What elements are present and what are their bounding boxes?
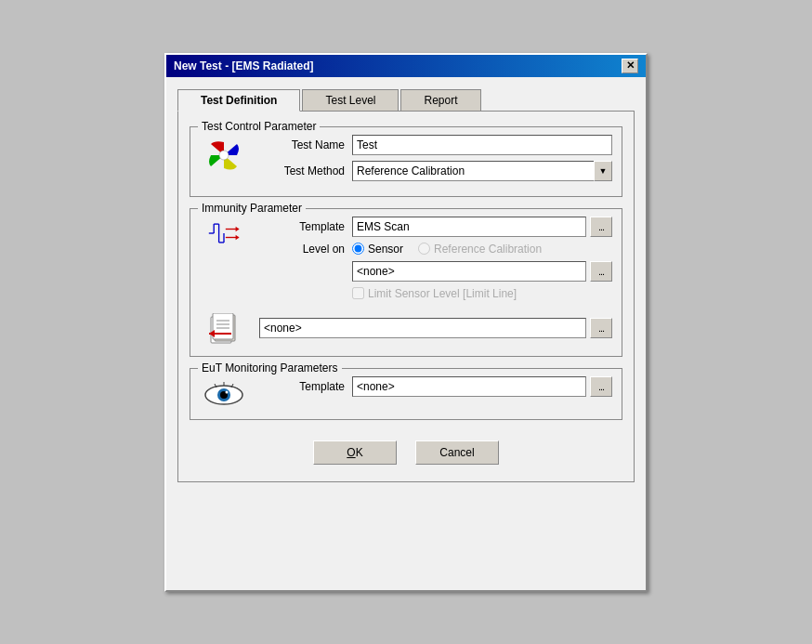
- test-control-row-group: Test Name Test Method Reference Calibrat…: [200, 135, 612, 187]
- limit-sensor-checkbox-item[interactable]: Limit Sensor Level [Limit Line]: [352, 287, 517, 300]
- sensor-radio-item[interactable]: Sensor: [352, 243, 403, 256]
- ok-label: OK: [347, 446, 362, 459]
- limit-sensor-row: Limit Sensor Level [Limit Line]: [352, 287, 612, 300]
- test-method-select[interactable]: Reference Calibration Substitution Metho…: [352, 161, 612, 181]
- immunity-icon: [207, 220, 241, 246]
- svg-point-22: [226, 390, 229, 393]
- sensor-field-row: ...: [252, 261, 612, 282]
- test-method-select-wrapper: Reference Calibration Substitution Metho…: [352, 161, 612, 181]
- test-control-group: Test Control Parameter: [190, 126, 622, 197]
- limit-line-row: ...: [200, 309, 612, 347]
- dialog-window: New Test - [EMS Radiated] ✕ Test Definit…: [164, 53, 648, 592]
- title-bar: New Test - [EMS Radiated] ✕: [166, 55, 646, 77]
- close-button[interactable]: ✕: [622, 59, 638, 73]
- limit-sensor-label: Limit Sensor Level [Limit Line]: [368, 287, 517, 300]
- cancel-button[interactable]: Cancel: [415, 440, 499, 465]
- limit-line-icon: [207, 313, 241, 347]
- test-icon: [207, 138, 241, 172]
- template-row: Template ...: [252, 217, 612, 237]
- immunity-group-label: Immunity Parameter: [198, 202, 306, 215]
- tab-content: Test Control Parameter: [177, 111, 635, 482]
- immunity-fields: Template ... Level on: [252, 217, 612, 306]
- test-name-label: Test Name: [252, 138, 345, 151]
- template-browse-button[interactable]: ...: [590, 217, 612, 237]
- sensor-field-input[interactable]: [352, 261, 586, 282]
- limit-field-input[interactable]: [259, 318, 586, 338]
- test-control-fields: Test Name Test Method Reference Calibrat…: [252, 135, 612, 187]
- window-title: New Test - [EMS Radiated]: [174, 59, 313, 72]
- template-label: Template: [252, 220, 345, 233]
- svg-marker-10: [236, 234, 240, 239]
- tab-test-level[interactable]: Test Level: [302, 89, 399, 112]
- tab-test-definition[interactable]: Test Definition: [177, 89, 300, 112]
- test-name-row: Test Name: [252, 135, 612, 155]
- test-method-label: Test Method: [252, 164, 345, 177]
- sensor-browse-button[interactable]: ...: [590, 261, 612, 282]
- sensor-radio-label: Sensor: [368, 243, 403, 256]
- test-control-label: Test Control Parameter: [198, 120, 320, 133]
- ok-button[interactable]: OK: [313, 440, 397, 465]
- reference-radio-item[interactable]: Reference Calibration: [418, 243, 542, 256]
- eut-group-label: EuT Monitoring Parameters: [198, 361, 342, 375]
- svg-marker-8: [236, 226, 240, 230]
- eut-template-row: Template ...: [252, 376, 612, 397]
- reference-radio-label: Reference Calibration: [434, 243, 542, 256]
- immunity-icon-area: [200, 217, 248, 246]
- tab-bar: Test Definition Test Level Report: [177, 88, 635, 111]
- eut-template-label: Template: [252, 380, 345, 393]
- eut-row-group: Template ...: [200, 376, 612, 410]
- eut-icon-area: [200, 376, 248, 410]
- limit-sensor-checkbox: [352, 287, 364, 299]
- eut-template-input[interactable]: [352, 376, 586, 397]
- level-on-label: Level on: [252, 243, 345, 256]
- svg-rect-13: [213, 313, 233, 339]
- svg-point-0: [219, 151, 229, 160]
- eut-fields: Template ...: [252, 376, 612, 402]
- eut-monitoring-group: EuT Monitoring Parameters: [190, 368, 622, 420]
- limit-browse-button[interactable]: ...: [590, 318, 612, 338]
- template-input[interactable]: [352, 217, 586, 237]
- immunity-row-group: Template ... Level on: [200, 217, 612, 306]
- immunity-parameter-group: Immunity Parameter: [190, 208, 622, 357]
- level-on-row: Level on Sensor Reference Calibration: [252, 243, 612, 256]
- limit-field-area: ...: [248, 318, 612, 338]
- reference-radio: [418, 243, 430, 255]
- sensor-radio[interactable]: [352, 243, 364, 255]
- eut-icon: [203, 380, 244, 410]
- cancel-label: Cancel: [439, 446, 474, 459]
- level-on-radio-group: Sensor Reference Calibration: [352, 243, 542, 256]
- test-name-input[interactable]: [352, 135, 612, 155]
- test-icon-area: [200, 135, 248, 172]
- limit-line-icon-area: [200, 309, 248, 347]
- dialog-content: Test Definition Test Level Report Test C…: [166, 77, 646, 493]
- eut-browse-button[interactable]: ...: [590, 376, 612, 397]
- dialog-buttons: OK Cancel: [190, 431, 622, 470]
- test-method-row: Test Method Reference Calibration Substi…: [252, 161, 612, 181]
- tab-report[interactable]: Report: [400, 89, 480, 112]
